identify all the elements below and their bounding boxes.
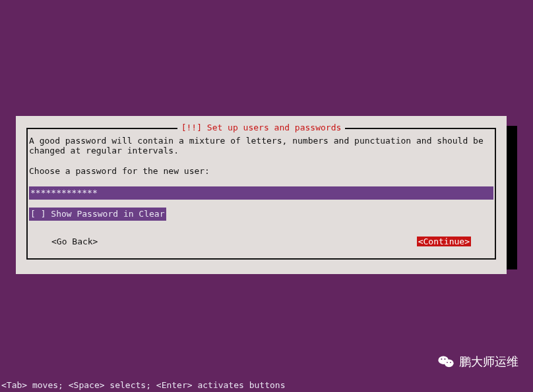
help-text-line1: A good password will contain a mixture o… bbox=[29, 136, 493, 146]
wechat-icon bbox=[437, 352, 455, 371]
password-prompt: Choose a password for the new user: bbox=[29, 166, 493, 176]
svg-point-4 bbox=[447, 362, 448, 363]
go-back-button[interactable]: <Go Back> bbox=[51, 237, 98, 246]
svg-point-2 bbox=[441, 358, 442, 360]
svg-point-1 bbox=[445, 360, 454, 368]
dialog-border: [!!] Set up users and passwords A good p… bbox=[26, 128, 496, 260]
help-text-line2: changed at regular intervals. bbox=[29, 146, 493, 155]
svg-point-3 bbox=[444, 358, 445, 360]
watermark-text: 鹏大师运维 bbox=[459, 354, 518, 370]
button-row: <Go Back> <Continue> bbox=[29, 237, 493, 246]
show-password-checkbox[interactable]: [ ] Show Password in Clear bbox=[29, 208, 166, 221]
password-dialog: [!!] Set up users and passwords A good p… bbox=[16, 116, 507, 274]
svg-point-5 bbox=[450, 362, 451, 363]
status-bar: <Tab> moves; <Space> selects; <Enter> ac… bbox=[0, 379, 533, 392]
continue-button[interactable]: <Continue> bbox=[417, 237, 471, 246]
dialog-title-wrap: [!!] Set up users and passwords bbox=[28, 123, 495, 132]
password-input[interactable]: ************* bbox=[29, 186, 493, 200]
watermark: 鹏大师运维 bbox=[437, 352, 518, 371]
dialog-title: [!!] Set up users and passwords bbox=[177, 123, 346, 132]
